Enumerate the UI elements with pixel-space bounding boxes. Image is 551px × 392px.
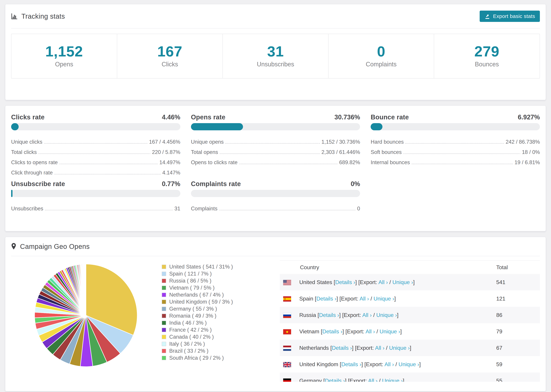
export-all-link[interactable]: All › (362, 312, 372, 318)
export-unique-link[interactable]: Unique › (374, 295, 394, 302)
geo-header-divider (11, 256, 540, 256)
geo-table-row-vn: Vietnam [Details ›] [Export: All › / Uni… (280, 323, 540, 340)
flag-ru-icon (283, 313, 291, 318)
country-name: United Kingdom (299, 361, 338, 367)
details-link[interactable]: Details › (335, 279, 355, 285)
stat-value: 1,152 (11, 44, 117, 59)
column-header-total: Total (496, 261, 540, 274)
rate-section-bounce-rate: Bounce rate6.927%Hard bounces242 / 86.73… (371, 113, 540, 176)
legend-swatch (162, 314, 166, 318)
dotted-leader (219, 210, 355, 210)
export-unique-link[interactable]: Unique › (392, 279, 413, 285)
rate-detail-value: 19 / 6.81% (515, 159, 540, 166)
rate-detail-value: 242 / 86.738% (506, 139, 540, 145)
legend-item: Netherlands ( 67 / 4% ) (162, 292, 280, 298)
page-title: Tracking stats (21, 13, 65, 20)
flag-de-icon (283, 378, 291, 382)
geo-table-wrap: Country Total United States [Details ›] … (280, 260, 540, 382)
details-link[interactable]: Details › (322, 328, 342, 335)
stat-value: 31 (223, 44, 328, 59)
legend-item: France ( 42 / 2% ) (162, 327, 280, 333)
legend-label: Brazil ( 33 / 2% ) (169, 348, 208, 354)
legend-item: Canada ( 40 / 2% ) (162, 334, 280, 340)
stat-label: Complaints (329, 61, 434, 68)
tracking-stats-header: Tracking stats Export basic stats (11, 4, 540, 28)
dotted-leader (405, 143, 504, 144)
rate-detail-label: Unsubscribes (11, 206, 43, 212)
total-cell: 59 (496, 356, 540, 372)
details-link[interactable]: Details › (341, 361, 361, 367)
rate-detail-value: 167 / 4.456% (149, 139, 180, 145)
rate-value: 0.77% (162, 180, 180, 188)
country-cell: Netherlands [Details ›] [Export: All › /… (280, 340, 496, 356)
export-unique-link[interactable]: Unique › (399, 361, 419, 367)
bar-chart-icon (11, 13, 18, 20)
flag-vn-icon (283, 329, 291, 334)
stat-label: Bounces (434, 61, 540, 68)
export-icon (484, 13, 490, 19)
rate-detail-value: 18 / 0% (522, 149, 540, 155)
legend-item: Brazil ( 33 / 2% ) (162, 348, 280, 354)
campaign-geo-opens-card: Campaign Geo Opens United States ( 541 /… (5, 237, 546, 391)
stat-value: 279 (434, 44, 540, 59)
geo-table-row-gb: United Kingdom [Details ›] [Export: All … (280, 356, 540, 372)
tracking-stats-card: Tracking stats Export basic stats 1,152O… (5, 4, 546, 100)
legend-label: United Kingdom ( 59 / 3% ) (169, 299, 233, 305)
rate-progress-track (11, 190, 180, 197)
legend-item: India ( 46 / 3% ) (162, 320, 280, 326)
legend-label: Germany ( 55 / 3% ) (169, 306, 217, 312)
rate-detail-value: 14.497% (159, 159, 180, 166)
details-link[interactable]: Details › (332, 345, 352, 351)
export-basic-stats-button[interactable]: Export basic stats (480, 11, 540, 22)
rate-detail-value: 4.147% (162, 170, 180, 176)
map-pin-icon (11, 243, 16, 250)
total-cell: 121 (496, 290, 540, 307)
rate-detail-row: Click through rate4.147% (11, 170, 180, 176)
country-name: Russia (299, 312, 316, 318)
export-unique-link[interactable]: Unique › (376, 312, 397, 318)
rates-card: Clicks rate4.46%Unique clicks167 / 4.456… (5, 105, 546, 231)
legend-swatch (162, 272, 166, 276)
export-unique-link[interactable]: Unique › (382, 378, 403, 382)
details-link[interactable]: Details › (316, 295, 336, 302)
stat-box-bounces: 279Bounces (434, 34, 540, 78)
rate-detail-label: Total opens (191, 149, 218, 155)
legend-item: South Africa ( 29 / 2% ) (162, 355, 280, 361)
legend-label: Netherlands ( 67 / 4% ) (169, 292, 224, 298)
rate-progress-track (11, 123, 180, 130)
export-all-link[interactable]: All › (368, 378, 377, 382)
legend-label: South Africa ( 29 / 2% ) (169, 355, 224, 361)
legend-item: Russia ( 86 / 5% ) (162, 278, 280, 284)
rate-detail-value: 1,152 / 30.736% (322, 139, 360, 145)
export-unique-link[interactable]: Unique › (389, 345, 410, 351)
stat-label: Opens (11, 61, 117, 68)
export-all-link[interactable]: All › (366, 328, 375, 335)
export-all-link[interactable]: All › (375, 345, 384, 351)
legend-swatch (162, 335, 166, 339)
legend-label: France ( 42 / 2% ) (169, 327, 212, 333)
country-name: Germany (299, 378, 322, 382)
total-cell: 79 (496, 323, 540, 340)
dotted-leader (44, 143, 147, 144)
legend-item: United States ( 541 / 31% ) (162, 264, 280, 270)
details-link[interactable]: Details › (325, 378, 345, 382)
rate-detail-row: Unsubscribes31 (11, 206, 180, 212)
column-header-country: Country (280, 261, 496, 274)
total-cell: 86 (496, 307, 540, 323)
stats-summary-row: 1,152Opens167Clicks31Unsubscribes0Compla… (11, 34, 540, 78)
details-link[interactable]: Details › (319, 312, 339, 318)
legend-label: Spain ( 121 / 7% ) (169, 271, 212, 277)
geo-table-header-row: Country Total (280, 261, 540, 274)
geo-table: Country Total United States [Details ›] … (280, 261, 540, 382)
rate-detail-row: Total clicks220 / 5.87% (11, 149, 180, 155)
export-all-link[interactable]: All › (384, 361, 394, 367)
country-name: Netherlands (299, 345, 329, 351)
export-all-link[interactable]: All › (360, 295, 369, 302)
legend-swatch (162, 300, 166, 304)
dotted-leader (220, 154, 320, 154)
dotted-leader (59, 164, 158, 164)
export-unique-link[interactable]: Unique › (380, 328, 400, 335)
export-all-link[interactable]: All › (378, 279, 388, 285)
rate-progress-fill (11, 123, 19, 130)
legend-swatch (162, 265, 166, 269)
